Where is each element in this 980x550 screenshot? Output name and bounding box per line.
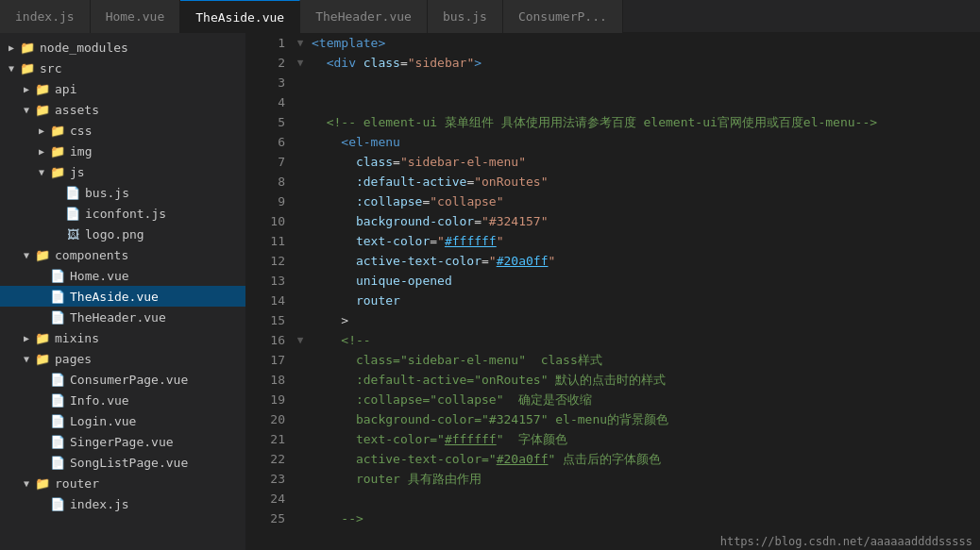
tree-info-vue[interactable]: 📄 Info.vue [0, 390, 245, 410]
code-line-16: <!-- [308, 330, 980, 350]
tree-label: node_modules [40, 41, 128, 55]
tab-home-vue[interactable]: Home.vue [91, 0, 181, 33]
tree-label: components [55, 248, 128, 262]
arrow-icon: ▼ [34, 167, 49, 177]
tree-pages[interactable]: ▼ 📁 pages [0, 348, 245, 369]
arrow-icon: ▼ [19, 250, 34, 260]
tree-label: img [70, 144, 92, 158]
tree-label: SongListPage.vue [70, 456, 188, 470]
folder-icon: 📁 [34, 331, 51, 345]
tree-songlistpage-vue[interactable]: 📄 SongListPage.vue [0, 452, 245, 473]
arrow-icon: ▼ [19, 478, 34, 489]
file-icon: 📄 [49, 373, 66, 387]
tree-label: pages [55, 352, 92, 366]
fold-icon[interactable]: ▼ [293, 33, 308, 53]
tree-label: index.js [70, 497, 129, 511]
tree-label: logo.png [85, 227, 144, 242]
tree-components[interactable]: ▼ 📁 components [0, 244, 245, 265]
code-line-9: :collapse="collapse" [308, 192, 980, 211]
file-icon: 📄 [49, 435, 66, 449]
tree-label: js [70, 165, 85, 179]
tree-label: Home.vue [70, 269, 129, 283]
file-icon: 📄 [49, 456, 66, 470]
tab-label: Home.vue [106, 9, 165, 24]
file-icon: 📄 [49, 290, 66, 304]
folder-icon: 📁 [49, 165, 66, 179]
tree-img[interactable]: ▶ 📁 img [0, 141, 245, 161]
tab-bar: index.js Home.vue TheAside.vue TheHeader… [0, 0, 980, 33]
tree-label: Login.vue [70, 414, 136, 428]
arrow-icon: ▶ [4, 42, 19, 53]
file-icon: 📄 [49, 269, 66, 283]
file-icon: 📄 [64, 186, 81, 200]
tree-theaside-vue[interactable]: 📄 TheAside.vue [0, 286, 245, 307]
tab-index-js[interactable]: index.js [0, 0, 91, 33]
tree-label: iconfont.js [85, 207, 166, 221]
tree-mixins[interactable]: ▶ 📁 mixins [0, 327, 245, 348]
code-line-1: <template> [308, 33, 980, 53]
code-line-21: text-color="#ffffff" 字体颜色 [308, 429, 980, 449]
code-line-19: :collapse="collapse" 确定是否收缩 [308, 390, 980, 409]
fold-icon[interactable]: ▼ [293, 53, 308, 73]
arrow-icon: ▶ [34, 125, 49, 136]
tree-consumerpage-vue[interactable]: 📄 ConsumerPage.vue [0, 369, 245, 390]
arrow-icon: ▶ [19, 84, 34, 94]
tree-home-vue[interactable]: 📄 Home.vue [0, 265, 245, 286]
tree-js[interactable]: ▼ 📁 js [0, 161, 245, 182]
tree-api[interactable]: ▶ 📁 api [0, 78, 245, 99]
tab-theheader-vue[interactable]: TheHeader.vue [300, 0, 428, 33]
tree-singerpage-vue[interactable]: 📄 SingerPage.vue [0, 431, 245, 452]
code-line-14: router [308, 291, 980, 310]
tree-logo-png[interactable]: 🖼 logo.png [0, 224, 245, 244]
tree-router-index-js[interactable]: 📄 index.js [0, 493, 245, 514]
code-line-25: --> [308, 508, 980, 528]
code-line-17: class="sidebar-el-menu" class样式 [308, 350, 980, 370]
code-line-2: <div class="sidebar"> [308, 53, 980, 73]
code-line-6: <el-menu [308, 132, 980, 152]
tab-bus-js[interactable]: bus.js [428, 0, 503, 33]
file-icon: 📄 [64, 207, 81, 221]
fold-icon[interactable]: ▼ [293, 330, 308, 350]
tree-label: bus.js [85, 186, 129, 200]
code-line-8: :default-active="onRoutes" [308, 172, 980, 192]
tree-css[interactable]: ▶ 📁 css [0, 120, 245, 141]
tree-iconfont-js[interactable]: 📄 iconfont.js [0, 203, 245, 224]
tree-router[interactable]: ▼ 📁 router [0, 473, 245, 493]
file-icon: 🖼 [64, 227, 81, 242]
code-line-13: unique-opened [308, 271, 980, 291]
arrow-icon: ▶ [19, 333, 34, 343]
tree-src[interactable]: ▼ 📁 src [0, 58, 245, 78]
code-line-5: <!-- element-ui 菜单组件 具体使用用法请参考百度 element… [308, 112, 980, 132]
tree-assets[interactable]: ▼ 📁 assets [0, 99, 245, 120]
code-line-3 [308, 73, 980, 92]
tree-theheader-vue[interactable]: 📄 TheHeader.vue [0, 307, 245, 327]
code-line-10: background-color="#324157" [308, 211, 980, 231]
folder-icon: 📁 [34, 82, 51, 96]
code-line-7: class="sidebar-el-menu" [308, 152, 980, 172]
arrow-icon: ▼ [19, 354, 34, 364]
code-line-12: active-text-color="#20a0ff" [308, 251, 980, 271]
code-line-18: :default-active="onRoutes" 默认的点击时的样式 [308, 370, 980, 390]
watermark-url: https://blog.csdn.net/aaaaaaddddsssss [720, 535, 972, 548]
tree-label: assets [55, 103, 99, 117]
tree-label: css [70, 124, 92, 138]
folder-icon: 📁 [34, 476, 51, 491]
tree-label: SingerPage.vue [70, 435, 174, 449]
tree-node-modules[interactable]: ▶ 📁 node_modules [0, 37, 245, 58]
folder-icon: 📁 [34, 352, 51, 366]
code-line-11: text-color="#ffffff" [308, 231, 980, 251]
folder-icon: 📁 [49, 124, 66, 138]
tree-label: api [55, 82, 76, 96]
tab-theaside-vue[interactable]: TheAside.vue [180, 0, 300, 33]
tab-consumerpage[interactable]: ConsumerP... [503, 0, 623, 33]
code-editor[interactable]: 1 2 3 4 5 6 7 8 9 10 11 12 13 14 15 16 1… [245, 33, 980, 550]
line-numbers: 1 2 3 4 5 6 7 8 9 10 11 12 13 14 15 16 1… [245, 33, 293, 550]
tree-label: ConsumerPage.vue [70, 373, 188, 387]
file-icon: 📄 [49, 414, 66, 428]
code-line-22: active-text-color="#20a0ff" 点击后的字体颜色 [308, 449, 980, 469]
tree-login-vue[interactable]: 📄 Login.vue [0, 410, 245, 431]
tree-bus-js[interactable]: 📄 bus.js [0, 182, 245, 203]
tab-label: TheHeader.vue [315, 9, 412, 24]
code-line-15: > [308, 310, 980, 330]
file-icon: 📄 [49, 310, 66, 325]
